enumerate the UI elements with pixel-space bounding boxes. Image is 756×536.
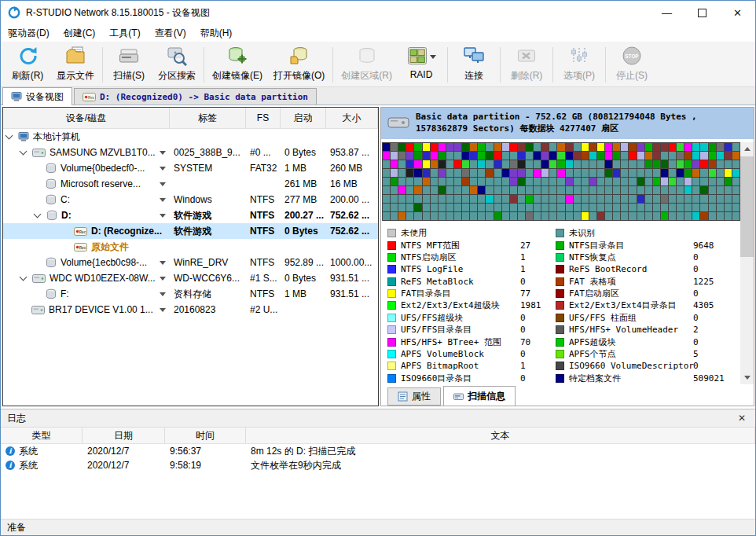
sector-block bbox=[661, 169, 668, 177]
log-column-header-1[interactable]: 日期 bbox=[83, 428, 165, 443]
cell-label: 0025_388B_9... bbox=[170, 147, 246, 158]
options-icon-row bbox=[569, 46, 589, 68]
scan-button[interactable]: 扫描(S) bbox=[105, 43, 152, 86]
tree-row[interactable]: Volume{1ecb0c98-...WinRE_DRVNTFS952.89 .… bbox=[3, 255, 378, 270]
log-column-header-3[interactable]: 文本 bbox=[246, 428, 755, 443]
sector-block bbox=[613, 204, 620, 211]
computer-icon bbox=[18, 131, 29, 142]
device-dropdown-arrow[interactable] bbox=[160, 167, 166, 171]
legend-item: 特定档案文件509021 bbox=[556, 373, 736, 384]
tree-column-header-0[interactable]: 设备/磁盘 bbox=[3, 108, 170, 128]
tree-row[interactable]: SAMSUNG MZVLB1T0...0025_388B_9...#0 ...0… bbox=[3, 145, 378, 160]
log-column-header-0[interactable]: 类型 bbox=[1, 428, 83, 443]
expander-icon[interactable] bbox=[20, 274, 28, 281]
sector-block bbox=[439, 160, 446, 168]
vertical-scrollbar[interactable] bbox=[740, 142, 754, 384]
scroll-up-icon bbox=[744, 147, 750, 151]
tree-column-header-3[interactable]: 启动 bbox=[281, 108, 326, 128]
scrollbar-thumb[interactable] bbox=[740, 156, 754, 257]
close-button[interactable]: ✕ bbox=[720, 1, 755, 24]
legend-label: 未识别 bbox=[569, 227, 693, 239]
sector-map[interactable] bbox=[382, 142, 740, 221]
tree-row[interactable]: Volume{0bedecf0-...SYSTEMFAT321 MB260 MB bbox=[3, 160, 378, 176]
tree-column-header-2[interactable]: FS bbox=[246, 108, 281, 128]
tree-row[interactable]: 本地计算机 bbox=[3, 129, 378, 145]
tab-device-view[interactable]: 设备视图 bbox=[2, 87, 72, 105]
connect-button[interactable]: 连接 bbox=[450, 43, 497, 86]
sector-block bbox=[534, 186, 541, 194]
device-dropdown-arrow[interactable] bbox=[160, 214, 166, 218]
sector-block bbox=[549, 143, 556, 151]
menu-create[interactable]: 创建(C) bbox=[57, 24, 103, 42]
sector-block bbox=[398, 178, 406, 185]
log-column-header-2[interactable]: 时间 bbox=[165, 428, 246, 443]
refresh-button[interactable]: 刷新(R) bbox=[4, 43, 51, 86]
sector-block bbox=[541, 204, 549, 211]
sector-block bbox=[526, 152, 533, 160]
tree-row[interactable]: Microsoft reserve...261 MB16 MB bbox=[3, 176, 378, 192]
options-button[interactable]: 选项(P) bbox=[556, 43, 603, 86]
device-dropdown-arrow[interactable] bbox=[160, 277, 166, 281]
tree-row[interactable]: Rec原始文件 bbox=[3, 239, 378, 255]
tree-column-header-4[interactable]: 大小 bbox=[326, 108, 378, 128]
show-files-icon bbox=[65, 46, 86, 68]
device-dropdown-arrow[interactable] bbox=[160, 292, 166, 296]
create-region-icon bbox=[357, 46, 377, 68]
open-image-button[interactable]: 打开镜像(O) bbox=[268, 43, 330, 86]
tab-properties[interactable]: 属性 bbox=[387, 387, 441, 406]
menu-help[interactable]: 帮助(H) bbox=[193, 24, 240, 42]
raid-dropdown-arrow[interactable] bbox=[430, 55, 436, 59]
tree-row[interactable]: D:软件游戏NTFS200.27 ...752.62 ... bbox=[3, 207, 378, 223]
maximize-button[interactable] bbox=[684, 1, 720, 24]
tree-row[interactable]: BR17 DEVICE V1.00 1...20160823#2 U... bbox=[3, 302, 378, 318]
expander-icon[interactable] bbox=[20, 148, 28, 156]
menu-tools[interactable]: 工具(T) bbox=[102, 24, 147, 42]
sector-block bbox=[541, 195, 549, 203]
sector-block bbox=[423, 178, 430, 185]
device-dropdown-arrow[interactable] bbox=[160, 182, 166, 186]
delete-button[interactable]: 删除(R) bbox=[503, 43, 550, 86]
stop-button[interactable]: STOP停止(S) bbox=[608, 43, 655, 86]
device-dropdown-arrow[interactable] bbox=[160, 198, 166, 202]
log-row[interactable]: i系统2020/12/79:58:19文件枚举在9秒内完成 bbox=[1, 458, 755, 472]
sector-block bbox=[462, 143, 469, 151]
minimize-button[interactable]: — bbox=[649, 1, 684, 24]
scroll-down-button[interactable] bbox=[740, 371, 754, 384]
legend-swatch bbox=[556, 253, 564, 262]
create-image-button[interactable]: 创建镜像(E) bbox=[207, 43, 268, 86]
tree-row[interactable]: F:资料存储NTFS1 MB931.51 ... bbox=[3, 286, 378, 302]
log-close-button[interactable]: ✕ bbox=[735, 413, 749, 424]
scroll-up-button[interactable] bbox=[740, 142, 754, 156]
sector-block bbox=[645, 178, 652, 185]
device-dropdown-arrow[interactable] bbox=[160, 151, 166, 155]
sector-block bbox=[383, 195, 390, 203]
tree-row[interactable]: WDC WD10EZEX-08W...WD-WCC6Y6...#1 S...0 … bbox=[3, 270, 378, 286]
partition-search-button[interactable]: 分区搜索 bbox=[152, 43, 201, 86]
sector-block bbox=[597, 152, 604, 160]
menu-drive[interactable]: 驱动器(D) bbox=[1, 24, 57, 42]
sector-block bbox=[462, 152, 469, 160]
log-row[interactable]: i系统2020/12/79:56:378m 12s 的 D: 扫描已完成 bbox=[1, 444, 755, 458]
tree-row[interactable]: C:WindowsNTFS277 MB200.00 ... bbox=[3, 192, 378, 207]
tab-recognized-partition[interactable]: RecD: (Recognized0) -> Basic data partit… bbox=[74, 88, 317, 105]
legend-label: HFS/HFS+ BTree+ 范围 bbox=[401, 336, 520, 348]
sector-block bbox=[621, 186, 628, 194]
legend-swatch bbox=[556, 325, 564, 334]
sector-block bbox=[709, 152, 716, 160]
sector-block bbox=[541, 169, 549, 177]
create-region-button[interactable]: 创建区域(R) bbox=[336, 43, 398, 86]
tab-scan-info[interactable]: 扫描信息 bbox=[443, 386, 516, 406]
tree-row[interactable]: RecD: (Recognize...软件游戏NTFS0 Bytes752.62… bbox=[3, 223, 378, 239]
show-files-button[interactable]: 显示文件 bbox=[51, 43, 100, 86]
expander-icon[interactable] bbox=[34, 211, 42, 218]
menu-view[interactable]: 查看(V) bbox=[148, 24, 193, 42]
legend-count: 509021 bbox=[693, 373, 725, 384]
tree-column-header-1[interactable]: 标签 bbox=[170, 108, 246, 128]
device-dropdown-arrow[interactable] bbox=[160, 308, 166, 312]
status-bar: 准备 bbox=[1, 519, 755, 535]
raid-button[interactable]: RAID bbox=[398, 43, 445, 86]
sector-block bbox=[717, 169, 724, 177]
legend-count: 1 bbox=[520, 252, 526, 262]
device-dropdown-arrow[interactable] bbox=[160, 261, 166, 265]
expander-icon[interactable] bbox=[6, 132, 13, 140]
